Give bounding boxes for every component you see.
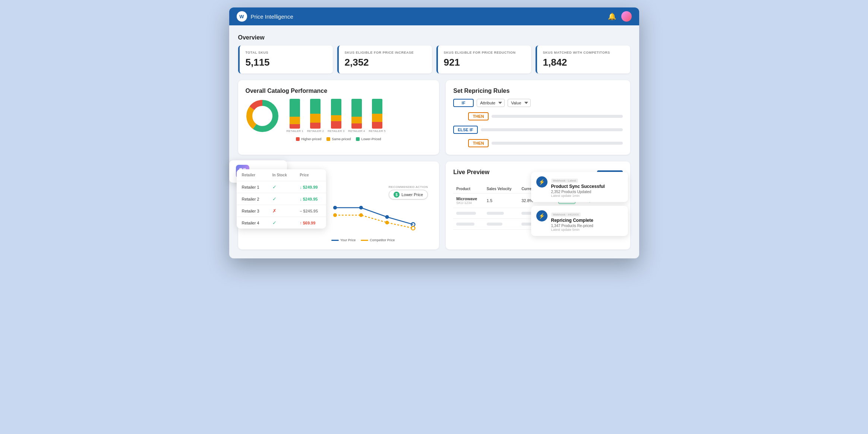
bar-stack-2: [331, 99, 341, 129]
legend-same-label: Same-priced: [332, 137, 351, 141]
notif-title-1: Product Sync Successful: [551, 184, 605, 189]
bar-label-0: RETAILER 1: [287, 129, 303, 133]
overview-card-1: SKUs ELIGIBLE FOR PRICE INCREASE 2,352: [337, 45, 432, 73]
svg-point-8: [333, 206, 337, 210]
rules-title: Set Repricing Rules: [453, 88, 622, 94]
bar-higher-0: [290, 124, 300, 129]
retailer-name-0: Retailer 1: [237, 181, 267, 193]
retailer-price-3: ↑ $69.99: [294, 217, 326, 229]
skeleton-bar: [456, 212, 476, 215]
elseif-row: ELSE IF: [453, 126, 622, 134]
price-chart: RECOMMENDED ACTION $ Lower Price: [328, 185, 432, 242]
retailer-name-2: Retailer 3: [237, 205, 267, 217]
notif-time-2: Latest update 5min: [551, 228, 593, 232]
recommended-action: RECOMMENDED ACTION $ Lower Price: [389, 185, 428, 199]
price-col-header: Price: [294, 169, 326, 181]
app-logo: W: [237, 11, 247, 22]
chart-legend-bottom: Your Price Competitor Price: [331, 238, 428, 242]
bar-group-1: RETAILER 2: [307, 99, 324, 133]
check-icon: ✓: [272, 196, 277, 202]
notification-bell-icon[interactable]: 🔔: [608, 12, 616, 21]
then-row-1: THEN: [453, 112, 622, 120]
retailer-price-2: – $245.95: [294, 205, 326, 217]
notif-title-2: Repricing Complete: [551, 218, 593, 223]
bar-higher-3: [351, 123, 362, 129]
notif-tag-2: Webhook · #41XXX: [551, 213, 581, 217]
retailer-table-row: Retailer 4 ✓ ↑ $69.99: [237, 217, 326, 229]
bar-group-4: RETAILER 5: [369, 99, 385, 133]
product-name: Microwave: [456, 196, 481, 201]
retailer-table-card: Retailer In Stock Price Retailer 1 ✓ ↓ $…: [237, 169, 326, 229]
svg-point-7: [253, 106, 272, 126]
notif-desc-2: 1,347 Products Re-priced: [551, 224, 593, 228]
skeleton-bar: [487, 223, 503, 226]
legend-higher-dot: [296, 137, 300, 141]
retailer-name-1: Retailer 2: [237, 193, 267, 205]
lower-price-button[interactable]: $ Lower Price: [389, 190, 428, 199]
notif-bolt-icon-1: ⚡: [536, 176, 547, 188]
svg-point-12: [333, 213, 337, 217]
donut-chart: [246, 99, 279, 133]
bar-stack-3: [351, 99, 362, 129]
bar-same-0: [290, 117, 300, 124]
bar-stack-0: [290, 99, 300, 129]
app-title: Price Intelligence: [251, 13, 293, 20]
user-avatar[interactable]: [621, 11, 632, 22]
bar-higher-4: [372, 122, 382, 129]
your-price-line-indicator: [331, 240, 339, 241]
retailer-price-0: ↓ $249.99: [294, 181, 326, 193]
overview-card-value-0: 5,115: [246, 57, 327, 68]
notifications-panel: ⚡ Webhook · Latest Product Sync Successf…: [531, 172, 628, 236]
bar-same-2: [331, 115, 341, 121]
overview-card-value-1: 2,352: [345, 57, 426, 68]
legend-your-price: Your Price: [331, 238, 356, 242]
legend-lower-label: Lower-Priced: [361, 137, 381, 141]
competitor-price-line-indicator: [361, 240, 368, 241]
competitor-price-legend-label: Competitor Price: [370, 238, 395, 242]
elseif-badge: ELSE IF: [453, 126, 478, 134]
bar-higher-2: [331, 121, 341, 129]
dollar-icon: $: [394, 192, 400, 198]
price-value-0: ↓ $249.99: [300, 185, 318, 189]
bar-stack-4: [372, 99, 382, 129]
notif-bolt-icon-2: ⚡: [536, 210, 547, 221]
retailer-name-3: Retailer 4: [237, 217, 267, 229]
then-badge-2: THEN: [468, 139, 489, 147]
product-cell: Microwave SKU-1234: [453, 194, 484, 208]
retailer-table-row: Retailer 3 ✗ – $245.95: [237, 205, 326, 217]
legend-competitor-price: Competitor Price: [361, 238, 395, 242]
catalog-title: Overall Catalog Performance: [246, 88, 432, 94]
overview-card-label-3: SKUs MATCHED WITH COMPETITORS: [543, 51, 624, 54]
then-input-bar-2: [492, 142, 622, 145]
title-bar-left: W Price Intelligence: [237, 11, 293, 22]
retailer-table-row: Retailer 2 ✓ ↓ $249.95: [237, 193, 326, 205]
then-badge-1: THEN: [468, 112, 489, 120]
bar-group-0: RETAILER 1: [287, 99, 303, 133]
title-bar: W Price Intelligence 🔔: [229, 7, 639, 25]
bar-same-4: [372, 114, 382, 122]
legend-same: Same-priced: [326, 137, 351, 141]
price-value-3: ↑ $69.99: [300, 221, 315, 225]
retailer-stock-0: ✓: [267, 181, 294, 193]
bar-group-3: RETAILER 4: [348, 99, 365, 133]
overview-card-label-0: TOTAL SKUs: [246, 51, 327, 54]
bar-label-4: RETAILER 5: [369, 129, 385, 133]
if-badge: IF: [453, 99, 474, 107]
bar-higher-1: [310, 123, 321, 129]
check-icon: ✓: [272, 184, 277, 190]
price-value-1: ↓ $249.95: [300, 197, 318, 201]
skeleton-bar: [487, 212, 504, 215]
overview-card-0: TOTAL SKUs 5,115: [238, 45, 333, 73]
legend-higher-label: Higher-priced: [301, 137, 321, 141]
title-bar-right: 🔔: [608, 11, 632, 22]
col-product: Product: [453, 185, 484, 194]
value-select[interactable]: Value: [508, 99, 531, 107]
overview-card-label-2: SKUs ELIGIBLE FOR PRICE REDUCTION: [444, 51, 525, 54]
attribute-select[interactable]: Attribute: [477, 99, 505, 107]
bar-label-2: RETAILER 3: [328, 129, 344, 133]
product-sku: SKU-1234: [456, 201, 481, 205]
bar-lower-0: [290, 99, 300, 117]
sales-velocity-cell: 1.5: [484, 194, 518, 208]
cross-icon: ✗: [272, 208, 277, 214]
price-value-2: – $245.95: [300, 209, 318, 213]
